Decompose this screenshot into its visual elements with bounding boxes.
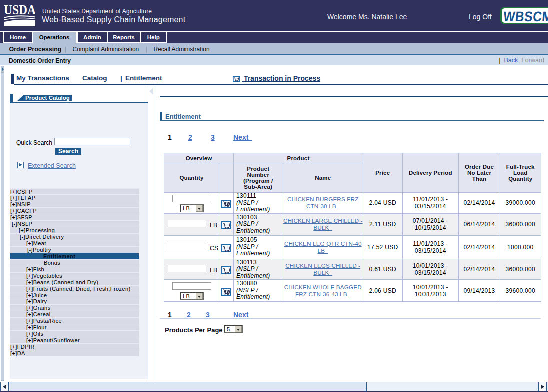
svg-text:USDA: USDA (4, 4, 35, 18)
